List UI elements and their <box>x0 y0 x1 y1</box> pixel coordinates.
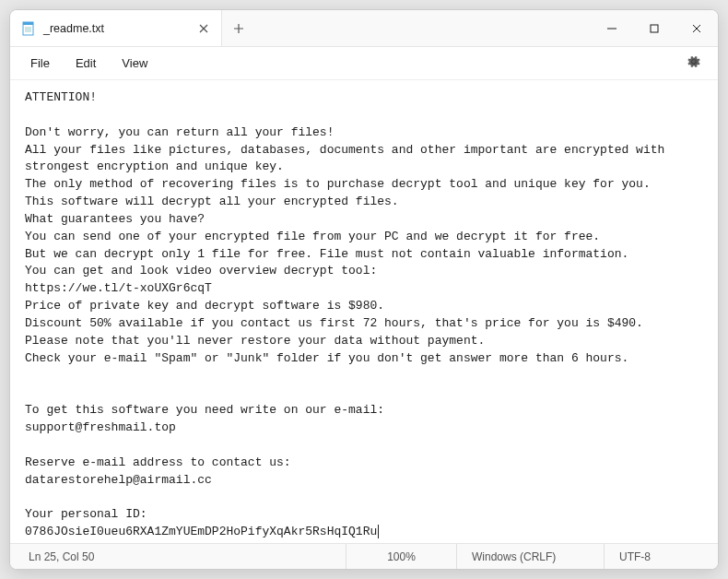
close-window-button[interactable] <box>675 10 718 46</box>
gear-icon <box>687 58 701 72</box>
status-zoom[interactable]: 100% <box>346 544 456 569</box>
svg-rect-10 <box>651 25 658 32</box>
menu-file[interactable]: File <box>18 51 63 76</box>
title-bar: _readme.txt <box>10 10 718 47</box>
menu-view[interactable]: View <box>109 51 160 76</box>
tab-title: _readme.txt <box>43 22 190 35</box>
window: _readme.txt File Edit View <box>9 9 719 570</box>
window-controls <box>591 10 718 46</box>
status-bar: Ln 25, Col 50 100% Windows (CRLF) UTF-8 <box>10 543 718 569</box>
notepad-icon <box>21 21 36 36</box>
status-line-ending: Windows (CRLF) <box>456 544 604 569</box>
status-encoding: UTF-8 <box>604 544 714 569</box>
close-tab-icon[interactable] <box>197 22 210 35</box>
document-text: ATTENTION! Don't worry, you can return a… <box>25 90 672 538</box>
titlebar-drag-area[interactable] <box>255 10 591 46</box>
text-caret <box>378 525 379 538</box>
text-editor-area[interactable]: ATTENTION! Don't worry, you can return a… <box>10 80 718 543</box>
settings-button[interactable] <box>677 49 710 77</box>
status-cursor-position: Ln 25, Col 50 <box>14 544 346 569</box>
minimize-button[interactable] <box>591 10 633 46</box>
new-tab-button[interactable] <box>222 10 255 46</box>
menu-edit[interactable]: Edit <box>63 51 109 76</box>
menu-bar: File Edit View <box>10 47 718 80</box>
tab-readme[interactable]: _readme.txt <box>10 10 222 46</box>
maximize-button[interactable] <box>633 10 675 46</box>
svg-rect-1 <box>23 22 33 25</box>
